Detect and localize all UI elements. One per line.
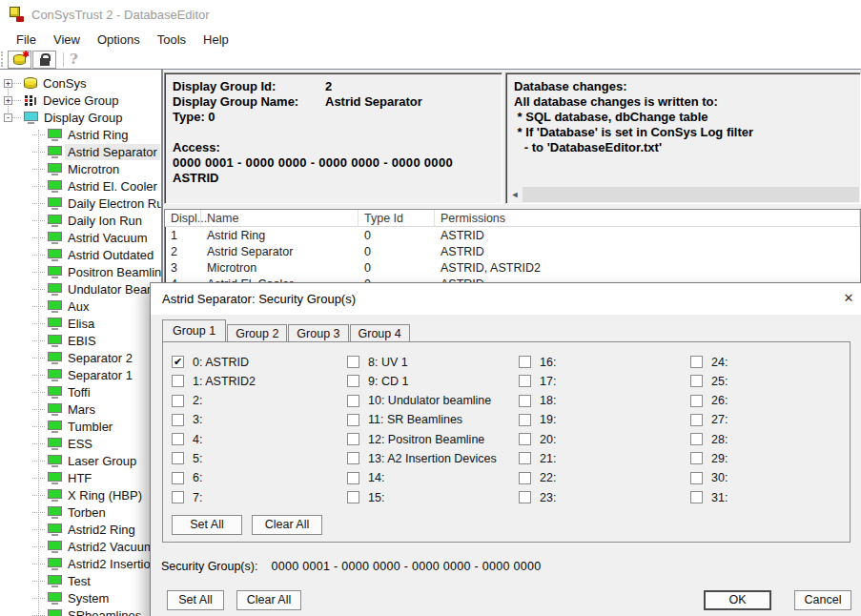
tree-item[interactable]: Separator 2 (0, 349, 161, 366)
tree-item[interactable]: Microtron (0, 160, 161, 177)
table-row[interactable]: 2 Astrid Separator 0 ASTRID (165, 243, 860, 259)
tree-item[interactable]: Test (0, 572, 161, 589)
checkbox[interactable] (347, 491, 359, 503)
tree-item[interactable]: Astrid Vacuum (0, 229, 161, 246)
security-group-checkbox-row[interactable]: 1: ASTRID2 (172, 375, 256, 387)
checkbox[interactable] (690, 491, 703, 503)
lock-button[interactable] (32, 51, 56, 69)
checkbox[interactable] (172, 491, 184, 503)
security-group-checkbox-row[interactable]: 3: (172, 414, 256, 426)
checkbox[interactable] (347, 414, 359, 426)
tree-item[interactable]: Astrid2 Ring (0, 521, 161, 538)
security-group-checkbox-row[interactable]: 14: (347, 472, 497, 484)
tree-item[interactable]: Aux (0, 298, 161, 315)
security-group-checkbox-row[interactable]: 9: CD 1 (347, 375, 497, 387)
column-header-type-id[interactable]: Type Id (359, 210, 435, 226)
tree-item[interactable]: Torben (0, 503, 161, 521)
checkbox[interactable] (172, 472, 184, 484)
checkbox[interactable] (519, 472, 531, 484)
checkbox[interactable] (519, 452, 531, 464)
security-group-checkbox-row[interactable]: 29: (690, 452, 728, 464)
security-group-checkbox-row[interactable]: 10: Undulator beamline (347, 395, 497, 407)
menu-item[interactable]: File (8, 31, 45, 49)
tree-root-display-group[interactable]: - Display Group (0, 109, 161, 126)
checkbox[interactable] (690, 395, 703, 407)
menu-item[interactable]: Help (195, 31, 237, 49)
tree-root-device-group[interactable]: + Device Group (0, 92, 161, 109)
security-group-checkbox-row[interactable]: 2: (172, 395, 256, 407)
menu-item[interactable]: View (45, 31, 89, 49)
checkbox[interactable] (519, 491, 531, 503)
checkbox[interactable] (519, 356, 531, 368)
checkbox[interactable] (690, 414, 703, 426)
tree-item[interactable]: Toffi (0, 383, 161, 400)
checkbox[interactable] (519, 433, 531, 445)
expand-plus-icon[interactable]: + (4, 79, 12, 88)
tree-item[interactable]: Astrid2 Insertion Devices (0, 555, 161, 572)
tree-item[interactable]: Elisa (0, 315, 161, 332)
checkbox[interactable] (347, 472, 359, 484)
column-header-name[interactable]: Name (201, 210, 359, 226)
tree-item[interactable]: EBIS (0, 332, 161, 349)
column-header-display-id[interactable]: Displ... (165, 210, 201, 226)
tree-item[interactable]: Positron Beamline (0, 263, 161, 280)
dialog-clear-all-button[interactable]: Clear All (236, 590, 301, 610)
checkbox[interactable] (172, 452, 184, 464)
checkbox[interactable] (519, 414, 531, 426)
security-group-checkbox-row[interactable]: 27: (690, 414, 728, 426)
expand-plus-icon[interactable]: + (4, 96, 12, 105)
tree-item[interactable]: Laser Group (0, 452, 161, 469)
tree-item[interactable]: SRbeamlines (0, 606, 161, 616)
group-tab[interactable]: Group 4 (350, 324, 410, 341)
database-new-button[interactable]: ✱ (8, 51, 31, 69)
tree-item[interactable]: Daily Electron Run (0, 195, 161, 212)
tree-item[interactable]: System (0, 589, 161, 606)
close-icon[interactable]: ✕ (840, 290, 857, 307)
security-group-checkbox-row[interactable]: 15: (347, 491, 497, 503)
checkbox[interactable] (690, 472, 703, 484)
security-group-checkbox-row[interactable]: 25: (690, 375, 728, 387)
checkbox[interactable] (347, 433, 359, 445)
tree-item[interactable]: Astrid Ring (0, 126, 161, 143)
tree-item[interactable]: Daily Ion Run (0, 212, 161, 229)
tree-item[interactable]: Undulator Beamline (0, 280, 161, 298)
security-group-checkbox-row[interactable]: 23: (519, 491, 556, 503)
tree-item[interactable]: HTF (0, 469, 161, 486)
cancel-button[interactable]: Cancel (794, 590, 851, 610)
tree-item[interactable]: Mars (0, 400, 161, 418)
security-group-checkbox-row[interactable]: 18: (519, 395, 556, 407)
security-group-checkbox-row[interactable]: 5: (172, 452, 256, 464)
tree-item[interactable]: Tumbler (0, 418, 161, 435)
checkbox[interactable] (519, 395, 531, 407)
scroll-left-icon[interactable]: ◄ (507, 187, 523, 202)
tree-item[interactable]: Astrid2 Vacuum (0, 538, 161, 555)
checkbox[interactable] (690, 433, 703, 445)
group-tab[interactable]: Group 3 (288, 324, 348, 341)
security-group-checkbox-row[interactable]: 22: (519, 472, 556, 484)
security-group-checkbox-row[interactable]: 24: (690, 356, 728, 368)
help-icon[interactable]: ? (70, 51, 78, 68)
security-group-checkbox-row[interactable]: 17: (519, 375, 556, 387)
tree-root-consys[interactable]: + ConSys (0, 74, 161, 92)
menu-item[interactable]: Tools (149, 31, 195, 49)
tree-item[interactable]: ESS (0, 435, 161, 452)
dialog-set-all-button[interactable]: Set All (167, 590, 224, 610)
menu-item[interactable]: Options (89, 31, 149, 49)
group-tab[interactable]: Group 2 (227, 324, 287, 341)
checkbox[interactable] (347, 356, 359, 368)
column-header-permissions[interactable]: Permissions (435, 210, 860, 226)
checkbox[interactable] (690, 356, 703, 368)
tree-item[interactable]: X Ring (HBP) (0, 486, 161, 503)
security-group-checkbox-row[interactable]: 31: (690, 491, 728, 503)
checkbox[interactable] (690, 452, 703, 464)
ok-button[interactable]: OK (704, 590, 771, 610)
tab-clear-all-button[interactable]: Clear All (252, 515, 322, 535)
checkbox[interactable] (172, 356, 184, 368)
security-group-checkbox-row[interactable]: 13: A2 Insertion Devices (347, 452, 497, 464)
security-group-checkbox-row[interactable]: 26: (690, 395, 728, 407)
checkbox[interactable] (172, 414, 184, 426)
security-group-checkbox-row[interactable]: 19: (519, 414, 556, 426)
security-group-checkbox-row[interactable]: 8: UV 1 (347, 356, 497, 368)
table-row[interactable]: 1 Astrid Ring 0 ASTRID (165, 227, 860, 243)
security-group-checkbox-row[interactable]: 30: (690, 472, 728, 484)
